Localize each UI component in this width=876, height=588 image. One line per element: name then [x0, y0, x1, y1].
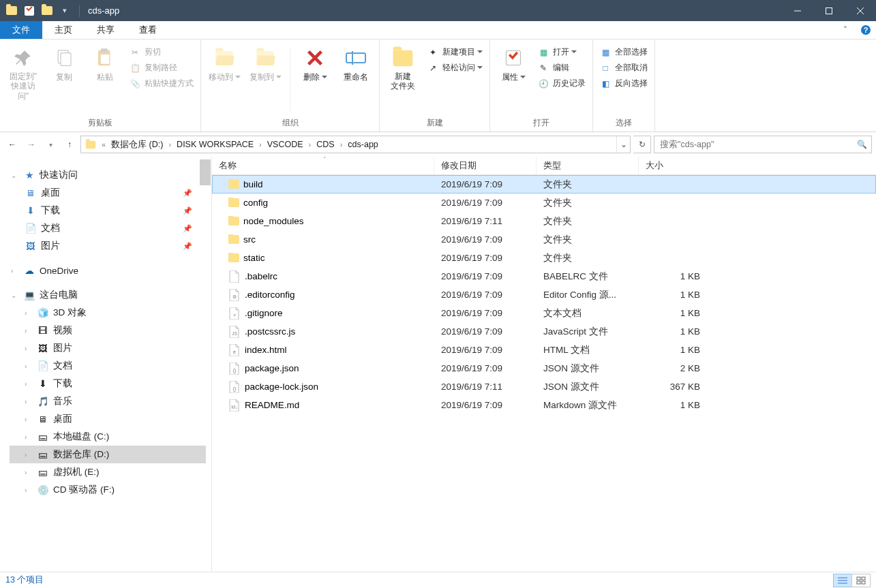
column-date[interactable]: 修改日期	[434, 157, 537, 174]
tab-share[interactable]: 共享	[85, 21, 127, 39]
selectall-icon: ▦	[600, 47, 611, 58]
breadcrumb-bar[interactable]: « 数据仓库 (D:)› DISK WORKSPACE› VSCODE› CDS…	[80, 136, 631, 153]
file-row[interactable]: node_modules2019/6/19 7:11文件夹	[212, 212, 876, 230]
nav-back-button[interactable]: ←	[4, 136, 20, 153]
file-row[interactable]: {}package.json2019/6/19 7:09JSON 源文件2 KB	[212, 359, 876, 377]
column-name[interactable]: 名称 ˄	[212, 157, 434, 174]
rename-button[interactable]: 重命名	[337, 44, 375, 86]
pin-quickaccess-button[interactable]: 固定到" 快速访问"	[4, 44, 42, 104]
search-box[interactable]: 🔍	[654, 136, 872, 153]
file-row[interactable]: .babelrc2019/6/19 7:09BABELRC 文件1 KB	[212, 267, 876, 285]
moveto-button[interactable]: 移动到	[205, 44, 243, 86]
delete-button[interactable]: 删除	[296, 44, 334, 86]
pasteshortcut-button[interactable]: 📎粘贴快捷方式	[127, 76, 196, 91]
qat-properties-icon[interactable]	[20, 2, 38, 20]
file-row[interactable]: build2019/6/19 7:09文件夹	[212, 175, 876, 194]
address-dropdown-button[interactable]: ⌄	[616, 136, 630, 153]
file-row[interactable]: {}package-lock.json2019/6/19 7:11JSON 源文…	[212, 377, 876, 396]
nav-desktop[interactable]: 🖥桌面📌	[10, 184, 206, 202]
newfolder-button[interactable]: 新建 文件夹	[384, 44, 422, 94]
edit-button[interactable]: ✎编辑	[535, 61, 588, 75]
breadcrumb-seg-2[interactable]: VSCODE	[263, 136, 307, 153]
file-row[interactable]: M↓README.md2019/6/19 7:09Markdown 源文件1 K…	[212, 396, 876, 414]
tab-home[interactable]: 主页	[42, 21, 85, 39]
nav-3dobjects[interactable]: ›🧊3D 对象	[10, 304, 206, 322]
view-largeicons-button[interactable]	[851, 574, 871, 587]
file-row[interactable]: ≡.gitignore2019/6/19 7:09文本文档1 KB	[212, 304, 876, 322]
file-row[interactable]: src2019/6/19 7:09文件夹	[212, 230, 876, 249]
chevron-icon[interactable]: ›	[339, 140, 344, 149]
minimize-button[interactable]	[782, 0, 813, 21]
nav-desktop-pc[interactable]: ›🖥桌面	[10, 410, 206, 428]
copyto-icon	[254, 46, 277, 69]
file-type: 文件夹	[537, 215, 639, 228]
scrollbar-thumb[interactable]	[200, 159, 211, 185]
breadcrumb-seg-0[interactable]: 数据仓库 (D:)	[107, 136, 167, 153]
file-row[interactable]: eindex.html2019/6/19 7:09HTML 文档1 KB	[212, 341, 876, 359]
nav-downloads[interactable]: ⬇下载📌	[10, 202, 206, 219]
invertselect-button[interactable]: ◧反向选择	[597, 76, 650, 91]
breadcrumb-seg-1[interactable]: DISK WORKSPACE	[172, 136, 258, 153]
help-button[interactable]: ?	[856, 21, 876, 39]
nav-thispc[interactable]: ⌄💻这台电脑	[10, 286, 206, 304]
nav-downloads-pc[interactable]: ›⬇下载	[10, 375, 206, 392]
nav-documents-pc[interactable]: ›📄文档	[10, 357, 206, 375]
search-input[interactable]	[654, 140, 852, 149]
pin-icon: 📌	[183, 189, 205, 198]
nav-quickaccess[interactable]: ⌄★快速访问	[10, 166, 206, 184]
view-details-button[interactable]	[833, 574, 852, 587]
nav-drive-f[interactable]: ›💿CD 驱动器 (F:)	[10, 481, 206, 499]
svg-rect-29	[857, 581, 860, 584]
copy-button[interactable]: 复制	[45, 44, 83, 86]
file-name: node_modules	[243, 216, 304, 226]
newitem-button[interactable]: ✦新建项目	[425, 45, 485, 59]
copyto-button[interactable]: 复制到	[246, 44, 284, 86]
qat-newfolder-icon[interactable]	[38, 2, 56, 20]
breadcrumb-root-icon[interactable]	[81, 136, 100, 153]
chevron-icon[interactable]: ›	[167, 140, 172, 149]
chevron-icon[interactable]: ›	[258, 140, 263, 149]
chevron-icon[interactable]: ›	[307, 140, 313, 149]
search-icon[interactable]: 🔍	[852, 140, 871, 149]
documents-icon: 📄	[37, 360, 49, 372]
nav-documents[interactable]: 📄文档📌	[10, 219, 206, 237]
file-row[interactable]: ⚙.editorconfig2019/6/19 7:09Editor Confi…	[212, 285, 876, 304]
breadcrumb-seg-3[interactable]: CDS	[312, 136, 338, 153]
cut-button[interactable]: ✂剪切	[127, 45, 196, 59]
qat-dropdown-icon[interactable]: ▾	[56, 2, 74, 20]
column-type[interactable]: 类型	[537, 157, 639, 174]
chevron-left-icon[interactable]: «	[100, 140, 107, 149]
tab-file[interactable]: 文件	[0, 21, 42, 39]
nav-videos[interactable]: ›🎞视频	[10, 322, 206, 339]
selectnone-button[interactable]: □全部取消	[597, 61, 650, 75]
nav-drive-e[interactable]: ›🖴虚拟机 (E:)	[10, 463, 206, 481]
close-button[interactable]	[845, 0, 876, 21]
properties-button[interactable]: 属性	[494, 44, 532, 86]
nav-forward-button[interactable]: →	[23, 136, 40, 153]
nav-recent-dropdown[interactable]: ▾	[42, 136, 59, 153]
tab-view[interactable]: 查看	[127, 21, 169, 39]
paste-button[interactable]: 粘贴	[86, 44, 124, 86]
copypath-button[interactable]: 📋复制路径	[127, 61, 196, 75]
history-button[interactable]: 🕘历史记录	[535, 76, 588, 91]
nav-drive-c[interactable]: ›🖴本地磁盘 (C:)	[10, 428, 206, 446]
refresh-button[interactable]: ↻	[633, 136, 651, 153]
column-size[interactable]: 大小	[639, 157, 707, 174]
nav-music[interactable]: ›🎵音乐	[10, 392, 206, 410]
nav-up-button[interactable]: ↑	[61, 136, 78, 153]
nav-onedrive[interactable]: ›☁OneDrive	[10, 262, 206, 279]
selectall-button[interactable]: ▦全部选择	[597, 45, 650, 59]
easyaccess-button[interactable]: ↗轻松访问	[425, 61, 485, 75]
ribbon-collapse-button[interactable]: ˄	[835, 21, 856, 39]
nav-drive-d[interactable]: ›🖴数据仓库 (D:)	[10, 446, 206, 463]
nav-pictures[interactable]: 🖼图片📌	[10, 237, 206, 255]
nav-pictures-pc[interactable]: ›🖼图片	[10, 339, 206, 357]
open-button[interactable]: ▦打开	[535, 45, 588, 59]
file-row[interactable]: config2019/6/19 7:09文件夹	[212, 194, 876, 212]
maximize-button[interactable]	[813, 0, 845, 21]
breadcrumb-seg-4[interactable]: cds-app	[344, 136, 382, 153]
file-row[interactable]: static2019/6/19 7:09文件夹	[212, 249, 876, 267]
status-count: 13 个项目	[5, 574, 44, 586]
file-row[interactable]: JS.postcssrc.js2019/6/19 7:09JavaScript …	[212, 322, 876, 341]
drive-icon: 🖴	[37, 448, 49, 461]
